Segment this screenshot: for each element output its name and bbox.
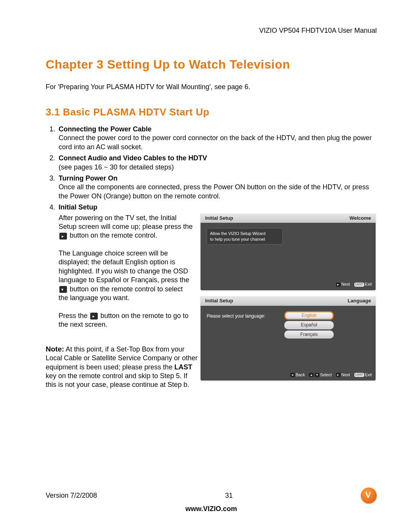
note-block: Note: At this point, if a Set-Top Box fr… xyxy=(46,345,198,390)
exit-label: Exit xyxy=(365,282,372,286)
steps-list: 1. Connecting the Power Cable Connect th… xyxy=(46,125,377,390)
right-key-icon: ▸ xyxy=(336,373,341,377)
next-label: Next xyxy=(341,282,350,286)
up-key-icon: ▴ xyxy=(309,373,314,377)
step-number: 2. xyxy=(46,154,59,172)
version-text: Version 7/2/2008 xyxy=(46,492,97,500)
tv-header: Initial Setup Language xyxy=(201,296,376,306)
left-key-icon: ◂ xyxy=(290,373,295,377)
last-key-icon: LAST xyxy=(354,373,364,377)
right-arrow-icon xyxy=(59,233,67,240)
step4-p3a: Press the xyxy=(59,312,89,320)
right-arrow-icon xyxy=(90,313,98,320)
step4-p1b: button on the remote control. xyxy=(68,232,157,239)
step-3: 3. Turning Power On Once all the compone… xyxy=(46,174,377,201)
step4-p2b: button on the remote control to select t… xyxy=(59,285,183,302)
vizio-logo-icon xyxy=(361,487,377,503)
tv-screenshot-welcome: Initial Setup Welcome Allow the VIZIO Se… xyxy=(201,214,376,290)
step-title: Initial Setup xyxy=(59,203,97,211)
lang-option-espanol[interactable]: Español xyxy=(284,321,334,329)
document-title: VIZIO VP504 FHDTV10A User Manual xyxy=(46,27,377,35)
page-number: 31 xyxy=(225,492,233,500)
note-text-b: key on the remote control and skip to St… xyxy=(46,372,189,388)
tv-footer: ▸Next LASTExit xyxy=(201,280,376,290)
step4-two-column: After powering on the TV set, the Initia… xyxy=(59,214,377,390)
right-key-icon: ▸ xyxy=(336,283,341,287)
last-key-icon: LAST xyxy=(354,283,364,286)
note-last-key: LAST xyxy=(174,363,192,371)
tv-footer: ◂Back ▴▾Select ▸Next LASTExit xyxy=(201,371,376,380)
lang-option-francais[interactable]: Français xyxy=(284,331,334,339)
tv-screenshot-language: Initial Setup Language Please select you… xyxy=(201,296,376,380)
step4-text-column: After powering on the TV set, the Initia… xyxy=(59,214,194,390)
language-options: English Español Français xyxy=(284,311,334,339)
step4-p1a: After powering on the TV set, the Initia… xyxy=(59,214,193,230)
step-number: 1. xyxy=(46,125,59,152)
tv-header-left: Initial Setup xyxy=(205,298,233,304)
page: VIZIO VP504 FHDTV10A User Manual Chapter… xyxy=(0,0,411,532)
step-body-text: Once all the components are connected, p… xyxy=(59,183,369,200)
select-label: Select xyxy=(320,372,332,377)
tv-header-right: Language xyxy=(348,298,371,304)
step-title: Turning Power On xyxy=(59,174,118,182)
step4-p2a: The Language choice screen will be displ… xyxy=(59,249,189,284)
tv-body: Please select your language: English Esp… xyxy=(201,306,376,371)
language-prompt: Please select your language: xyxy=(207,311,265,320)
step-2: 2. Connect Audio and Video Cables to the… xyxy=(46,154,377,172)
next-label: Next xyxy=(341,372,350,377)
wizard-message: Allow the VIZIO Setup Wizard to help you… xyxy=(207,228,283,244)
footer-url: www.VIZIO.com xyxy=(46,505,377,513)
tv-header-right: Welcome xyxy=(349,215,371,222)
step-title: Connecting the Power Cable xyxy=(59,125,151,133)
note-label: Note: xyxy=(46,345,64,353)
lang-option-english[interactable]: English xyxy=(284,311,334,320)
down-arrow-icon xyxy=(59,286,67,293)
section-title: 3.1 Basic PLASMA HDTV Start Up xyxy=(46,106,377,118)
tv-body: Allow the VIZIO Setup Wizard to help you… xyxy=(201,223,376,280)
tv-header: Initial Setup Welcome xyxy=(201,214,376,223)
page-footer: Version 7/2/2008 31 www.VIZIO.com xyxy=(46,487,377,513)
step-body-text: Connect the power cord to the power cord… xyxy=(59,134,372,150)
step-title: Connect Audio and Video Cables to the HD… xyxy=(59,154,207,162)
step-body-text: (see pages 16 ~ 30 for detailed steps) xyxy=(59,163,174,171)
down-key-icon: ▾ xyxy=(315,373,319,377)
exit-label: Exit xyxy=(365,372,372,377)
wizard-line1: Allow the VIZIO Setup Wizard xyxy=(210,231,266,236)
intro-text: For 'Preparing Your PLASMA HDTV for Wall… xyxy=(46,83,377,91)
back-label: Back xyxy=(296,372,305,377)
step-1: 1. Connecting the Power Cable Connect th… xyxy=(46,125,377,152)
step-number: 3. xyxy=(46,174,59,201)
step4-screenshots-column: Initial Setup Welcome Allow the VIZIO Se… xyxy=(201,214,377,390)
wizard-line2: to help you tune your channel xyxy=(210,237,265,241)
chapter-title: Chapter 3 Setting Up to Watch Television xyxy=(46,58,377,72)
step-4: 4. Initial Setup After powering on the T… xyxy=(46,203,377,390)
tv-header-left: Initial Setup xyxy=(205,215,233,222)
